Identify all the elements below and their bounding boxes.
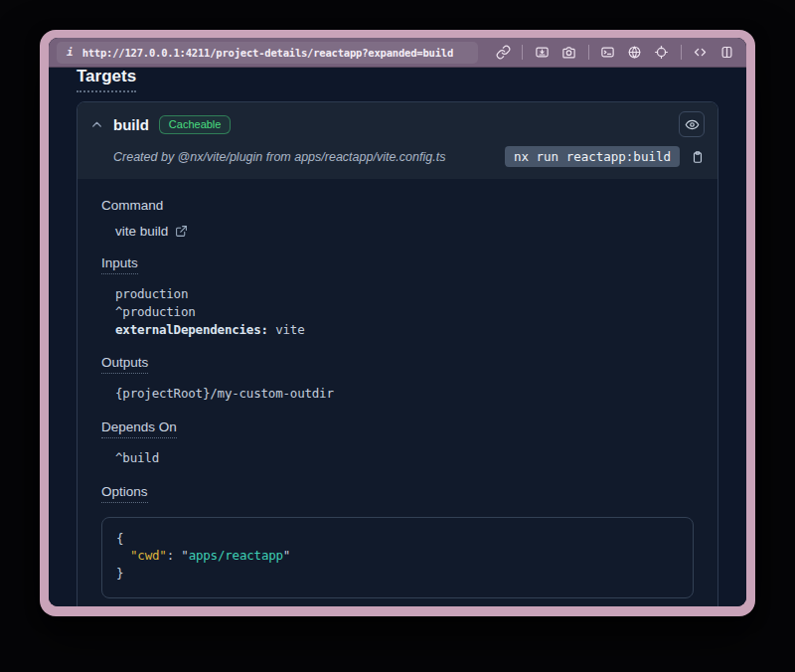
depends-on-item: ^build (115, 449, 694, 467)
terminal-button[interactable] (599, 43, 618, 63)
command-section: Command vite build (101, 196, 694, 239)
options-section: Options { "cwd": "apps/reactapp" } (101, 482, 694, 599)
download-box-icon (535, 45, 550, 60)
json-line: { (116, 530, 679, 548)
depends-on-heading[interactable]: Depends On (101, 420, 177, 438)
topbar-separator (588, 45, 589, 60)
copy-command-button[interactable] (691, 150, 705, 164)
split-panel-button[interactable] (717, 43, 736, 63)
inputs-section: Inputs production ^production externalDe… (101, 253, 694, 338)
info-icon: i (67, 46, 74, 59)
target-card-build: build Cacheable Created by @nx/vite/plug… (77, 101, 718, 606)
terminal-icon (600, 45, 615, 60)
url-bar[interactable]: i http://127.0.0.1:4211/project-details/… (57, 42, 478, 64)
options-json-block: { "cwd": "apps/reactapp" } (101, 517, 694, 599)
globe-button[interactable] (625, 43, 644, 63)
input-item: production (115, 285, 694, 303)
clipboard-icon (691, 150, 705, 164)
created-by-text: Created by @nx/vite/plugin from apps/rea… (113, 150, 445, 164)
link-button[interactable] (494, 43, 513, 63)
url-text: http://127.0.0.1:4211/project-details/re… (82, 47, 453, 59)
globe-icon (627, 45, 642, 60)
outputs-section: Outputs {projectRoot}/my-custom-outdir (101, 353, 694, 403)
json-colon: : (167, 548, 182, 563)
command-value: vite build (115, 224, 168, 239)
cacheable-badge[interactable]: Cacheable (159, 115, 232, 134)
build-card-body: Command vite build Inputs production (78, 179, 717, 606)
camera-icon (561, 45, 576, 60)
browser-topbar: i http://127.0.0.1:4211/project-details/… (49, 38, 746, 68)
target-name-build: build (113, 116, 149, 133)
page-title[interactable]: Targets (77, 68, 136, 92)
download-button[interactable] (533, 43, 552, 63)
json-quote: " (283, 548, 290, 563)
topbar-separator (522, 45, 523, 60)
input-item: externalDependencies: vite (115, 321, 694, 339)
json-value: apps/reactapp (189, 548, 283, 563)
input-item: ^production (115, 303, 694, 321)
build-card-header[interactable]: build Cacheable Created by @nx/vite/plug… (78, 102, 717, 179)
output-item: {projectRoot}/my-custom-outdir (115, 385, 694, 403)
outputs-heading[interactable]: Outputs (101, 355, 148, 374)
split-panel-icon (719, 45, 734, 60)
run-command-chip: nx run reactapp:build (505, 146, 680, 167)
input-key: externalDependencies: (115, 322, 268, 337)
view-build-button[interactable] (679, 111, 705, 137)
link-icon (496, 45, 511, 60)
depends-on-section: Depends On ^build (101, 418, 694, 467)
json-quote: " (181, 548, 188, 563)
inputs-heading[interactable]: Inputs (101, 255, 138, 274)
input-value: vite (268, 322, 305, 337)
chevron-up-icon[interactable] (90, 118, 103, 131)
json-key: "cwd" (130, 548, 167, 563)
project-details-page: Targets build Cacheable (49, 68, 746, 606)
camera-button[interactable] (559, 43, 578, 63)
topbar-separator (681, 45, 682, 60)
code-button[interactable] (692, 43, 711, 63)
external-link-icon (175, 225, 188, 238)
command-heading: Command (101, 198, 163, 213)
browser-window-inner: i http://127.0.0.1:4211/project-details/… (49, 38, 746, 606)
json-line: "cwd": "apps/reactapp" (116, 547, 679, 565)
browser-window: i http://127.0.0.1:4211/project-details/… (40, 30, 755, 616)
target-button[interactable] (652, 43, 671, 63)
options-heading[interactable]: Options (101, 484, 148, 503)
eye-icon (685, 117, 700, 132)
target-icon (654, 45, 669, 60)
json-line: } (116, 565, 679, 583)
code-icon (693, 45, 708, 60)
open-config-button[interactable] (175, 225, 188, 238)
